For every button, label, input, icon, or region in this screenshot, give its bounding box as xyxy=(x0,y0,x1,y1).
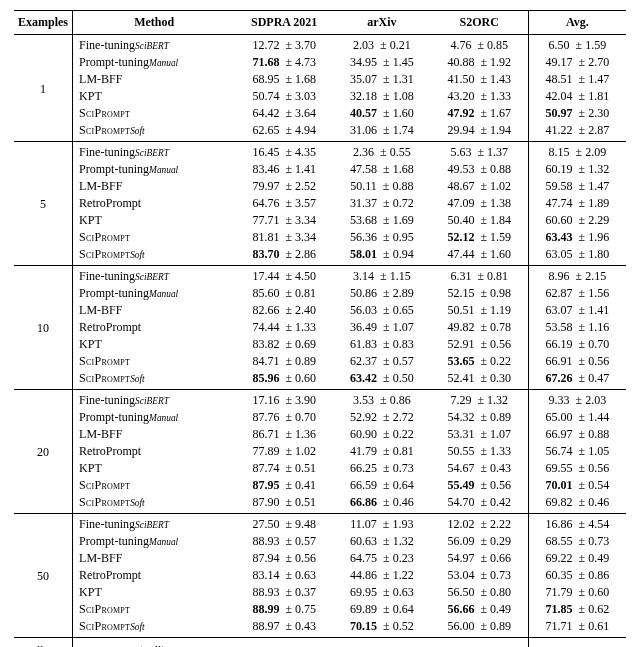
table-row: Prompt-tuningManual71.68 ± 4.7334.95 ± 1… xyxy=(14,54,626,71)
table-row: LM-BFF82.66 ± 2.4056.03 ± 0.6550.51 ± 1.… xyxy=(14,302,626,319)
value-cell: 87.95 ± 0.41 xyxy=(235,477,333,494)
method-cell: Fine-tuningSciBERT xyxy=(73,514,236,534)
value-cell: 56.00 ± 0.89 xyxy=(431,618,529,638)
value-cell: 60.60 ± 2.29 xyxy=(528,212,626,229)
examples-cell: 10 xyxy=(14,266,73,390)
table-row: KPT88.93 ± 0.3769.95 ± 0.6356.50 ± 0.807… xyxy=(14,584,626,601)
value-cell: 53.31 ± 1.07 xyxy=(431,426,529,443)
value-cell: 41.79 ± 0.81 xyxy=(333,443,431,460)
value-cell: 84.71 ± 0.89 xyxy=(235,353,333,370)
value-cell: 9.33 ± 2.03 xyxy=(528,390,626,410)
value-cell: 56.66 ± 0.49 xyxy=(431,601,529,618)
value-cell: 43.20 ± 1.33 xyxy=(431,88,529,105)
value-cell: 64.42 ± 3.64 xyxy=(235,105,333,122)
method-cell: Fine-tuningSciBERT xyxy=(73,142,236,162)
method-cell: KPT xyxy=(73,336,236,353)
method-cell: SciPromptSoft xyxy=(73,494,236,514)
value-cell: 6.31 ± 0.81 xyxy=(431,266,529,286)
examples-cell: Full Set xyxy=(14,638,73,648)
value-cell: 69.82 ± 0.46 xyxy=(528,494,626,514)
value-cell: 32.18 ± 1.08 xyxy=(333,88,431,105)
value-cell: 52.41 ± 0.30 xyxy=(431,370,529,390)
table-row: SciPrompt87.95 ± 0.4166.59 ± 0.6455.49 ±… xyxy=(14,477,626,494)
method-cell: RetroPrompt xyxy=(73,319,236,336)
value-cell: 77.89 ± 1.02 xyxy=(235,443,333,460)
value-cell: 53.58 ± 1.16 xyxy=(528,319,626,336)
method-cell: Prompt-tuningManual xyxy=(73,161,236,178)
method-cell: SciPrompt xyxy=(73,601,236,618)
value-cell: 66.91 ± 0.56 xyxy=(528,353,626,370)
value-cell: 36.49 ± 1.07 xyxy=(333,319,431,336)
value-cell: 64.76 ± 3.57 xyxy=(235,195,333,212)
table-row: SciPromptSoft85.96 ± 0.6063.42 ± 0.5052.… xyxy=(14,370,626,390)
value-cell: 63.43 ± 1.96 xyxy=(528,229,626,246)
value-cell: 88.93 ± 0.37 xyxy=(235,584,333,601)
value-cell: 48.51 ± 1.47 xyxy=(528,71,626,88)
value-cell: 49.82 ± 0.78 xyxy=(431,319,529,336)
value-cell: 55.49 ± 0.56 xyxy=(431,477,529,494)
method-cell: LM-BFF xyxy=(73,302,236,319)
value-cell: 70.01 ± 0.54 xyxy=(528,477,626,494)
value-cell: 60.35 ± 0.86 xyxy=(528,567,626,584)
method-cell: Prompt-tuningManual xyxy=(73,285,236,302)
value-cell: 12.02 ± 2.22 xyxy=(431,514,529,534)
method-cell: SciPrompt xyxy=(73,105,236,122)
value-cell: 11.07 ± 1.93 xyxy=(333,514,431,534)
value-cell: 53.04 ± 0.73 xyxy=(431,567,529,584)
value-cell: 44.86 ± 1.22 xyxy=(333,567,431,584)
value-cell: 60.90 ± 0.22 xyxy=(333,426,431,443)
value-cell: 83.14 ± 0.63 xyxy=(235,567,333,584)
table-row: LM-BFF86.71 ± 1.3660.90 ± 0.2253.31 ± 1.… xyxy=(14,426,626,443)
value-cell: 66.97 ± 0.88 xyxy=(528,426,626,443)
col-sdpra: SDPRA 2021 xyxy=(235,11,333,35)
value-cell: 70.15 ± 0.52 xyxy=(333,618,431,638)
value-cell: 61.83 ± 0.83 xyxy=(333,336,431,353)
method-cell: Prompt-tuningManual xyxy=(73,54,236,71)
value-cell: 47.44 ± 1.60 xyxy=(431,246,529,266)
value-cell: 2.36 ± 0.55 xyxy=(333,142,431,162)
table-row: Prompt-tuningManual88.93 ± 0.5760.63 ± 1… xyxy=(14,533,626,550)
table-row: RetroPrompt74.44 ± 1.3336.49 ± 1.0749.82… xyxy=(14,319,626,336)
value-cell: 83.82 ± 0.69 xyxy=(235,336,333,353)
value-cell: 7.29 ± 1.32 xyxy=(431,390,529,410)
examples-cell: 1 xyxy=(14,35,73,142)
method-cell: Fine-tuningSciBERT xyxy=(73,35,236,55)
table-row: KPT77.71 ± 3.3453.68 ± 1.6950.40 ± 1.846… xyxy=(14,212,626,229)
value-cell: 31.06 ± 1.74 xyxy=(333,122,431,142)
value-cell: 69.89 ± 0.64 xyxy=(333,601,431,618)
table-row: RetroPrompt83.14 ± 0.6344.86 ± 1.2253.04… xyxy=(14,567,626,584)
value-cell: 47.92 ± 1.67 xyxy=(431,105,529,122)
method-cell: SciPromptSoft xyxy=(73,122,236,142)
value-cell: 6.50 ± 1.59 xyxy=(528,35,626,55)
method-cell: LM-BFF xyxy=(73,426,236,443)
value-cell: 49.17 ± 2.70 xyxy=(528,54,626,71)
value-cell: 4.76 ± 0.85 xyxy=(431,35,529,55)
value-cell: 54.67 ± 0.43 xyxy=(431,460,529,477)
examples-cell: 20 xyxy=(14,390,73,514)
value-cell: 88.97 ± 0.43 xyxy=(235,618,333,638)
method-cell: LM-BFF xyxy=(73,71,236,88)
value-cell: 47.74 ± 1.89 xyxy=(528,195,626,212)
full-set-row: Full SetFine-tuning (Full) *90.7154.5853… xyxy=(14,638,626,648)
value-cell: 50.74 ± 3.03 xyxy=(235,88,333,105)
value-cell: 40.88 ± 1.92 xyxy=(431,54,529,71)
method-cell: Fine-tuningSciBERT xyxy=(73,266,236,286)
method-cell: SciPromptSoft xyxy=(73,246,236,266)
examples-cell: 5 xyxy=(14,142,73,266)
table-row: SciPrompt88.99 ± 0.7569.89 ± 0.6456.66 ±… xyxy=(14,601,626,618)
value-cell: 3.14 ± 1.15 xyxy=(333,266,431,286)
value-cell: 35.07 ± 1.31 xyxy=(333,71,431,88)
value-cell: 47.58 ± 1.68 xyxy=(333,161,431,178)
value-cell: 50.55 ± 1.33 xyxy=(431,443,529,460)
value-cell: 69.95 ± 0.63 xyxy=(333,584,431,601)
value-cell: 85.96 ± 0.60 xyxy=(235,370,333,390)
table-row: 20Fine-tuningSciBERT17.16 ± 3.903.53 ± 0… xyxy=(14,390,626,410)
value-cell: 31.37 ± 0.72 xyxy=(333,195,431,212)
value-cell: 62.65 ± 4.94 xyxy=(235,122,333,142)
method-cell: RetroPrompt xyxy=(73,567,236,584)
value-cell: 63.05 ± 1.80 xyxy=(528,246,626,266)
method-cell: SciPrompt xyxy=(73,229,236,246)
value-cell: 52.15 ± 0.98 xyxy=(431,285,529,302)
value-cell: 2.03 ± 0.21 xyxy=(333,35,431,55)
value-cell: 56.09 ± 0.29 xyxy=(431,533,529,550)
